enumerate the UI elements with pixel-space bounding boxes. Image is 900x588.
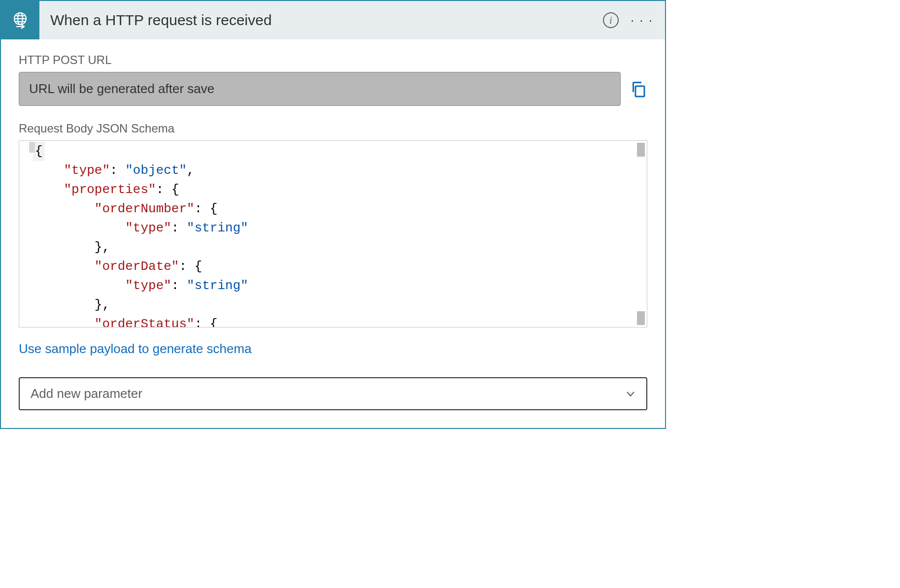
card-header: When a HTTP request is received i · · · [1,1,665,39]
use-sample-payload-link[interactable]: Use sample payload to generate schema [19,341,252,357]
url-row: URL will be generated after save [19,72,647,106]
copy-icon [630,80,647,98]
trigger-card: When a HTTP request is received i · · · … [0,0,666,429]
svg-rect-6 [635,86,644,97]
schema-label: Request Body JSON Schema [19,122,647,135]
card-title: When a HTTP request is received [39,12,603,29]
schema-json-content: { "type": "object", "properties": { "ord… [19,141,647,327]
http-trigger-icon [1,1,39,39]
chevron-down-icon [626,389,635,399]
add-new-parameter-dropdown[interactable]: Add new parameter [19,377,647,410]
fold-gutter-icon [29,142,35,153]
more-menu-button[interactable]: · · · [631,14,653,27]
schema-editor[interactable]: { "type": "object", "properties": { "ord… [19,140,647,327]
info-icon[interactable]: i [603,12,619,28]
header-actions: i · · · [603,12,665,28]
http-post-url-field: URL will be generated after save [19,72,621,106]
scrollbar-thumb-top[interactable] [637,143,645,157]
card-body: HTTP POST URL URL will be generated afte… [1,39,665,428]
copy-url-button[interactable] [630,80,647,98]
add-parameter-label: Add new parameter [31,386,142,401]
url-label: HTTP POST URL [19,53,647,67]
scrollbar-thumb-bottom[interactable] [637,311,645,325]
